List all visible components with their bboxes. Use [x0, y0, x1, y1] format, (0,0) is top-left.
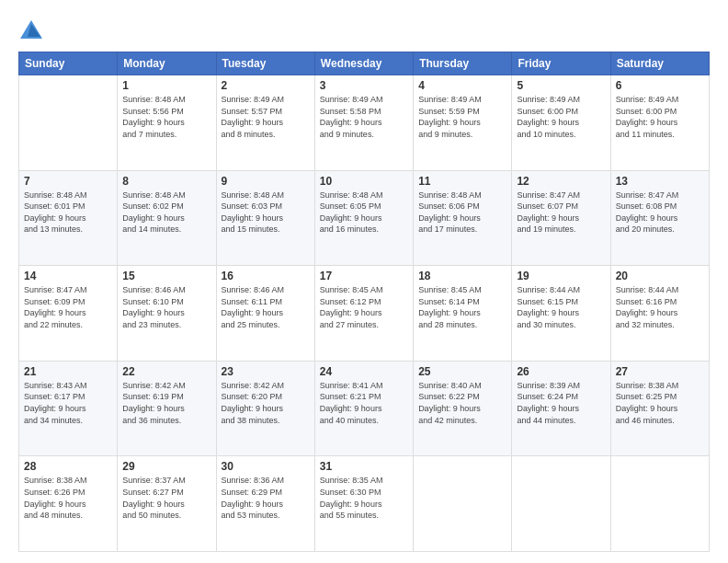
calendar-cell: 16Sunrise: 8:46 AM Sunset: 6:11 PM Dayli…: [216, 266, 314, 362]
cell-content: Sunrise: 8:47 AM Sunset: 6:09 PM Dayligh…: [24, 284, 112, 330]
calendar-cell: 23Sunrise: 8:42 AM Sunset: 6:20 PM Dayli…: [216, 361, 314, 456]
header: [18, 15, 710, 44]
calendar-cell: 25Sunrise: 8:40 AM Sunset: 6:22 PM Dayli…: [414, 361, 512, 456]
cell-content: Sunrise: 8:49 AM Sunset: 5:59 PM Dayligh…: [418, 94, 506, 140]
weekday-sunday: Sunday: [19, 52, 118, 75]
day-number: 21: [24, 365, 112, 378]
calendar-cell: 10Sunrise: 8:48 AM Sunset: 6:05 PM Dayli…: [314, 170, 413, 266]
day-number: 22: [122, 365, 210, 378]
cell-content: Sunrise: 8:46 AM Sunset: 6:10 PM Dayligh…: [122, 284, 210, 330]
calendar-cell: 18Sunrise: 8:45 AM Sunset: 6:14 PM Dayli…: [414, 266, 512, 362]
calendar-cell: 27Sunrise: 8:38 AM Sunset: 6:25 PM Dayli…: [610, 361, 709, 456]
calendar-week-3: 14Sunrise: 8:47 AM Sunset: 6:09 PM Dayli…: [19, 266, 710, 362]
day-number: 29: [122, 460, 210, 473]
calendar-cell: 26Sunrise: 8:39 AM Sunset: 6:24 PM Dayli…: [512, 361, 610, 456]
day-number: 28: [24, 460, 112, 473]
calendar-cell: 2Sunrise: 8:49 AM Sunset: 5:57 PM Daylig…: [216, 75, 314, 171]
day-number: 27: [616, 365, 704, 378]
cell-content: Sunrise: 8:45 AM Sunset: 6:14 PM Dayligh…: [418, 284, 506, 330]
day-number: 12: [517, 175, 605, 188]
cell-content: Sunrise: 8:45 AM Sunset: 6:12 PM Dayligh…: [320, 284, 408, 330]
calendar-week-1: 1Sunrise: 8:48 AM Sunset: 5:56 PM Daylig…: [19, 75, 710, 171]
calendar-cell: 15Sunrise: 8:46 AM Sunset: 6:10 PM Dayli…: [118, 266, 216, 362]
cell-content: Sunrise: 8:39 AM Sunset: 6:24 PM Dayligh…: [517, 380, 605, 426]
calendar-cell: 5Sunrise: 8:49 AM Sunset: 6:00 PM Daylig…: [512, 75, 610, 171]
calendar-cell: 8Sunrise: 8:48 AM Sunset: 6:02 PM Daylig…: [118, 170, 216, 266]
day-number: 9: [222, 175, 310, 188]
calendar-cell: 28Sunrise: 8:38 AM Sunset: 6:26 PM Dayli…: [19, 456, 118, 552]
weekday-thursday: Thursday: [414, 52, 512, 75]
cell-content: Sunrise: 8:49 AM Sunset: 5:58 PM Dayligh…: [320, 94, 408, 140]
calendar-cell: 13Sunrise: 8:47 AM Sunset: 6:08 PM Dayli…: [610, 170, 709, 266]
calendar-week-4: 21Sunrise: 8:43 AM Sunset: 6:17 PM Dayli…: [19, 361, 710, 456]
calendar-cell: 4Sunrise: 8:49 AM Sunset: 5:59 PM Daylig…: [414, 75, 512, 171]
calendar-cell: [610, 456, 709, 552]
calendar-cell: 30Sunrise: 8:36 AM Sunset: 6:29 PM Dayli…: [216, 456, 314, 552]
day-number: 8: [122, 175, 210, 188]
cell-content: Sunrise: 8:35 AM Sunset: 6:30 PM Dayligh…: [320, 475, 408, 521]
day-number: 13: [616, 175, 704, 188]
day-number: 10: [320, 175, 408, 188]
calendar-cell: 14Sunrise: 8:47 AM Sunset: 6:09 PM Dayli…: [19, 266, 118, 362]
weekday-wednesday: Wednesday: [314, 52, 413, 75]
day-number: 3: [320, 79, 408, 92]
weekday-saturday: Saturday: [610, 52, 709, 75]
day-number: 25: [418, 365, 506, 378]
weekday-monday: Monday: [118, 52, 216, 75]
cell-content: Sunrise: 8:47 AM Sunset: 6:08 PM Dayligh…: [616, 190, 704, 236]
day-number: 24: [320, 365, 408, 378]
calendar-cell: 3Sunrise: 8:49 AM Sunset: 5:58 PM Daylig…: [314, 75, 413, 171]
logo: [18, 18, 48, 44]
cell-content: Sunrise: 8:46 AM Sunset: 6:11 PM Dayligh…: [222, 284, 310, 330]
cell-content: Sunrise: 8:44 AM Sunset: 6:15 PM Dayligh…: [517, 284, 605, 330]
cell-content: Sunrise: 8:37 AM Sunset: 6:27 PM Dayligh…: [122, 475, 210, 521]
day-number: 7: [24, 175, 112, 188]
day-number: 19: [517, 270, 605, 282]
calendar-cell: 7Sunrise: 8:48 AM Sunset: 6:01 PM Daylig…: [19, 170, 118, 266]
cell-content: Sunrise: 8:38 AM Sunset: 6:25 PM Dayligh…: [616, 380, 704, 426]
day-number: 6: [616, 79, 704, 92]
logo-icon: [18, 18, 44, 44]
cell-content: Sunrise: 8:48 AM Sunset: 5:56 PM Dayligh…: [122, 94, 210, 140]
day-number: 5: [517, 79, 605, 92]
calendar-cell: 29Sunrise: 8:37 AM Sunset: 6:27 PM Dayli…: [118, 456, 216, 552]
calendar-cell: 22Sunrise: 8:42 AM Sunset: 6:19 PM Dayli…: [118, 361, 216, 456]
weekday-tuesday: Tuesday: [216, 52, 314, 75]
cell-content: Sunrise: 8:42 AM Sunset: 6:19 PM Dayligh…: [122, 380, 210, 426]
cell-content: Sunrise: 8:42 AM Sunset: 6:20 PM Dayligh…: [222, 380, 310, 426]
calendar-cell: 31Sunrise: 8:35 AM Sunset: 6:30 PM Dayli…: [314, 456, 413, 552]
day-number: 26: [517, 365, 605, 378]
cell-content: Sunrise: 8:49 AM Sunset: 6:00 PM Dayligh…: [616, 94, 704, 140]
calendar-cell: 6Sunrise: 8:49 AM Sunset: 6:00 PM Daylig…: [610, 75, 709, 171]
page: SundayMondayTuesdayWednesdayThursdayFrid…: [0, 0, 728, 563]
cell-content: Sunrise: 8:43 AM Sunset: 6:17 PM Dayligh…: [24, 380, 112, 426]
day-number: 20: [616, 270, 704, 282]
day-number: 23: [222, 365, 310, 378]
cell-content: Sunrise: 8:44 AM Sunset: 6:16 PM Dayligh…: [616, 284, 704, 330]
calendar-cell: 12Sunrise: 8:47 AM Sunset: 6:07 PM Dayli…: [512, 170, 610, 266]
calendar-table: SundayMondayTuesdayWednesdayThursdayFrid…: [18, 52, 710, 552]
calendar-cell: 20Sunrise: 8:44 AM Sunset: 6:16 PM Dayli…: [610, 266, 709, 362]
calendar-cell: [19, 75, 118, 171]
cell-content: Sunrise: 8:38 AM Sunset: 6:26 PM Dayligh…: [24, 475, 112, 521]
calendar-cell: 19Sunrise: 8:44 AM Sunset: 6:15 PM Dayli…: [512, 266, 610, 362]
cell-content: Sunrise: 8:48 AM Sunset: 6:03 PM Dayligh…: [222, 190, 310, 236]
cell-content: Sunrise: 8:41 AM Sunset: 6:21 PM Dayligh…: [320, 380, 408, 426]
calendar-cell: 24Sunrise: 8:41 AM Sunset: 6:21 PM Dayli…: [314, 361, 413, 456]
day-number: 4: [418, 79, 506, 92]
day-number: 1: [122, 79, 210, 92]
cell-content: Sunrise: 8:40 AM Sunset: 6:22 PM Dayligh…: [418, 380, 506, 426]
calendar-week-2: 7Sunrise: 8:48 AM Sunset: 6:01 PM Daylig…: [19, 170, 710, 266]
calendar-cell: 9Sunrise: 8:48 AM Sunset: 6:03 PM Daylig…: [216, 170, 314, 266]
calendar-week-5: 28Sunrise: 8:38 AM Sunset: 6:26 PM Dayli…: [19, 456, 710, 552]
day-number: 15: [122, 270, 210, 282]
calendar-cell: 17Sunrise: 8:45 AM Sunset: 6:12 PM Dayli…: [314, 266, 413, 362]
calendar-cell: 1Sunrise: 8:48 AM Sunset: 5:56 PM Daylig…: [118, 75, 216, 171]
day-number: 18: [418, 270, 506, 282]
cell-content: Sunrise: 8:49 AM Sunset: 5:57 PM Dayligh…: [222, 94, 310, 140]
weekday-friday: Friday: [512, 52, 610, 75]
cell-content: Sunrise: 8:49 AM Sunset: 6:00 PM Dayligh…: [517, 94, 605, 140]
day-number: 11: [418, 175, 506, 188]
day-number: 16: [222, 270, 310, 282]
cell-content: Sunrise: 8:48 AM Sunset: 6:06 PM Dayligh…: [418, 190, 506, 236]
